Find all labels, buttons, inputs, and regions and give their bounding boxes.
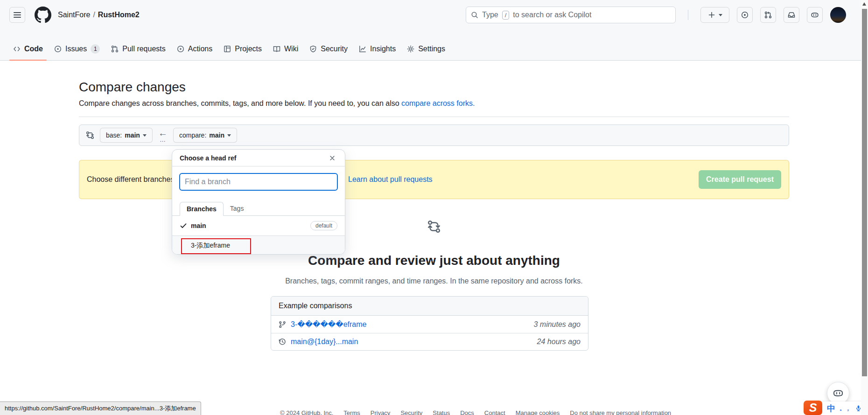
example-comparison-link[interactable]: main@{1day}...main xyxy=(291,338,358,346)
ime-punctuation-toggle[interactable]: 。， xyxy=(840,406,851,411)
search-icon xyxy=(471,11,478,19)
compare-label: compare: xyxy=(179,131,206,139)
ime-language-toggle[interactable]: 中 xyxy=(827,404,835,413)
head-ref-selector-dialog: Choose a head ref Branches Tags main def… xyxy=(172,149,345,255)
check-icon xyxy=(180,222,187,229)
footer-link-contact[interactable]: Contact xyxy=(484,409,505,415)
tab-issues[interactable]: Issues 1 xyxy=(50,38,104,60)
breadcrumb-separator: / xyxy=(93,11,95,19)
example-time: 24 hours ago xyxy=(537,338,581,346)
page-scrollbar[interactable] xyxy=(861,0,868,415)
app-header: SaintFore / RustHome2 Type / to search o… xyxy=(0,0,868,30)
footer-link-status[interactable]: Status xyxy=(433,409,450,415)
header-actions xyxy=(700,7,846,23)
tab-security[interactable]: Security xyxy=(306,38,351,60)
example-comparisons-box: Example comparisons 3-������eframe 3 min… xyxy=(271,296,588,351)
search-placeholder-suffix: to search or ask Copilot xyxy=(513,11,591,19)
tab-label: Insights xyxy=(370,45,396,53)
example-time: 3 minutes ago xyxy=(533,320,581,329)
tab-insights[interactable]: Insights xyxy=(355,38,399,60)
blankslate-subtitle: Branches, tags, commit ranges, and time … xyxy=(79,276,789,287)
compare-across-forks-link[interactable]: compare across forks. xyxy=(401,99,475,107)
tab-code[interactable]: Code xyxy=(9,38,47,60)
tab-label: Projects xyxy=(235,45,262,53)
book-icon xyxy=(273,45,280,53)
footer-link-privacy[interactable]: Privacy xyxy=(371,409,391,415)
inbox-button[interactable] xyxy=(784,7,799,23)
close-icon[interactable] xyxy=(327,153,337,163)
compare-value: main xyxy=(209,131,224,139)
user-avatar[interactable] xyxy=(830,7,846,23)
breadcrumb-repo-link[interactable]: RustHome2 xyxy=(98,11,140,19)
code-icon xyxy=(13,45,21,53)
footer-link-security[interactable]: Security xyxy=(400,409,422,415)
graph-icon xyxy=(359,45,366,53)
header-divider xyxy=(688,10,688,20)
git-branch-icon xyxy=(279,321,286,328)
compare-branch-selector[interactable]: compare: main xyxy=(173,128,237,143)
chevron-down-icon xyxy=(227,134,231,137)
history-icon xyxy=(279,338,286,346)
github-logo-icon[interactable] xyxy=(35,7,51,23)
create-new-button[interactable] xyxy=(700,7,729,23)
edit-range-button[interactable]: … xyxy=(160,137,166,143)
learn-about-pull-requests-link[interactable]: Learn about pull requests xyxy=(348,175,433,184)
tab-actions[interactable]: Actions xyxy=(173,38,216,60)
tab-tags[interactable]: Tags xyxy=(224,201,251,215)
footer-link-do-not-share[interactable]: Do not share my personal information xyxy=(570,409,671,415)
compare-toolbar: base: main ← … compare: main xyxy=(79,124,789,146)
example-comparison-link[interactable]: 3-������eframe xyxy=(291,320,366,329)
hamburger-menu-button[interactable] xyxy=(9,7,25,23)
slash-key-badge: / xyxy=(502,11,510,20)
page-description-text: Compare changes across branches, commits… xyxy=(79,99,401,107)
table-icon xyxy=(224,45,231,53)
chevron-down-icon xyxy=(143,134,147,137)
tab-label: Settings xyxy=(418,45,445,53)
ref-type-tabs: Branches Tags xyxy=(172,197,345,216)
issues-count-badge: 1 xyxy=(91,44,100,54)
footer-link-docs[interactable]: Docs xyxy=(460,409,474,415)
issues-global-button[interactable] xyxy=(737,7,753,23)
branch-filter-wrap xyxy=(172,166,345,197)
dialog-title: Choose a head ref xyxy=(180,154,236,162)
gear-icon xyxy=(407,45,414,53)
tab-label: Security xyxy=(321,45,348,53)
tab-branches[interactable]: Branches xyxy=(180,202,224,216)
example-comparison-row: 3-������eframe 3 minutes ago xyxy=(271,316,588,333)
example-comparison-row: main@{1day}...main 24 hours ago xyxy=(271,333,588,350)
divider xyxy=(79,117,789,117)
pull-requests-global-button[interactable] xyxy=(760,7,776,23)
example-comparisons-header: Example comparisons xyxy=(271,297,588,316)
breadcrumb-owner-link[interactable]: SaintFore xyxy=(58,11,90,19)
git-compare-icon xyxy=(427,220,441,234)
range-direction: ← … xyxy=(158,128,168,143)
scrollbar-up-arrow[interactable] xyxy=(862,2,866,6)
site-footer: © 2024 GitHub, Inc. Terms Privacy Securi… xyxy=(280,409,671,415)
git-compare-icon xyxy=(86,131,94,139)
branch-name: 3-添加eframe xyxy=(191,242,230,250)
create-pull-request-button[interactable]: Create pull request xyxy=(699,170,781,189)
branch-option-main[interactable]: main default xyxy=(172,216,345,235)
find-branch-input[interactable] xyxy=(179,173,338,191)
footer-link-manage-cookies[interactable]: Manage cookies xyxy=(516,409,560,415)
copilot-floating-button[interactable] xyxy=(827,382,849,404)
copilot-icon[interactable] xyxy=(807,7,823,23)
sogou-ime-logo[interactable]: S xyxy=(804,401,822,415)
tab-projects[interactable]: Projects xyxy=(220,38,266,60)
branch-option-3-eframe[interactable]: 3-添加eframe xyxy=(172,235,345,255)
tab-label: Wiki xyxy=(284,45,298,53)
repo-nav-tabs: Code Issues 1 Pull requests Actions Proj… xyxy=(0,30,868,61)
tab-pull-requests[interactable]: Pull requests xyxy=(107,38,169,60)
tab-wiki[interactable]: Wiki xyxy=(269,38,302,60)
global-search-input[interactable]: Type / to search or ask Copilot xyxy=(466,7,676,23)
scrollbar-thumb[interactable] xyxy=(862,9,867,376)
page-description: Compare changes across branches, commits… xyxy=(79,98,789,109)
page-title: Compare changes xyxy=(79,79,789,95)
tab-settings[interactable]: Settings xyxy=(403,38,449,60)
footer-link-terms[interactable]: Terms xyxy=(343,409,360,415)
blankslate-heading: Compare and review just about anything xyxy=(79,252,789,269)
play-icon xyxy=(177,45,184,53)
dialog-header: Choose a head ref xyxy=(172,150,345,166)
breadcrumb: SaintFore / RustHome2 xyxy=(58,11,140,19)
base-branch-selector[interactable]: base: main xyxy=(100,128,153,143)
